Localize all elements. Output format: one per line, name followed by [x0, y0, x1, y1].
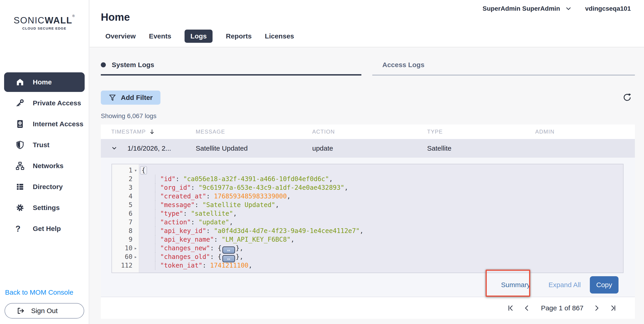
sidebar-item-label: Settings — [33, 204, 60, 212]
detail-actions: Summary Expand All Copy — [112, 273, 635, 297]
sign-out-icon — [17, 307, 24, 315]
sort-descending-arrow-icon[interactable] — [149, 129, 155, 135]
fold-toggle-icon[interactable]: ▸ — [132, 244, 139, 252]
code-token: : { — [210, 244, 222, 252]
json-code-viewer[interactable]: 1▾2345678910▸60▸112 {"id": "ca056e18-a32… — [112, 164, 624, 273]
column-header-label: MESSAGE — [196, 128, 225, 135]
cell-timestamp: 1/16/2026, 2... — [128, 144, 196, 152]
cell-message: Satellite Updated — [196, 144, 312, 152]
code-token: "type" — [160, 210, 183, 217]
previous-page-icon[interactable] — [523, 304, 531, 312]
page-title: Home — [101, 11, 130, 23]
gutter-line-number: 112 — [112, 261, 139, 270]
column-header-label: ADMIN — [535, 128, 554, 135]
sidebar-item-directory[interactable]: Directory — [4, 177, 85, 196]
user-menu[interactable]: SuperAdmin SuperAdmin — [483, 5, 560, 12]
sidebar-item-trust[interactable]: Trust — [4, 135, 85, 155]
code-token: "update" — [199, 218, 230, 226]
code-line-8: "api_key_id": "a0f4d3d4-4d7e-4f23-9a49-1… — [139, 226, 623, 235]
code-token: "token_iat" — [160, 262, 202, 269]
add-filter-label: Add Filter — [121, 94, 153, 102]
logo-wordmark: SONICWALL® — [0, 14, 89, 26]
code-token: "action" — [160, 218, 191, 226]
chevron-down-icon[interactable] — [565, 5, 572, 12]
sidebar-item-label: Private Access — [33, 99, 81, 107]
code-token: "api_key_id" — [160, 227, 206, 234]
sidebar-item-label: Networks — [33, 162, 64, 170]
fold-toggle-icon[interactable]: ▸ — [132, 252, 139, 261]
sidebar-item-get-help[interactable]: ?Get Help — [4, 219, 85, 238]
last-page-icon[interactable] — [609, 304, 617, 312]
tab-system-logs[interactable]: System Logs — [101, 61, 361, 76]
column-header-timestamp[interactable]: TIMESTAMP — [111, 128, 196, 135]
top-header: SuperAdmin SuperAdmin vdingcseqa101 Home… — [90, 0, 644, 47]
sidebar-item-label: Internet Access — [33, 120, 83, 128]
code-line-3: "org_id": "9c61977a-653e-43c9-a1df-24e0a… — [139, 184, 623, 192]
code-gutter: 1▾2345678910▸60▸112 — [112, 164, 139, 272]
code-line-5: "message": "Satellite Updated", — [139, 201, 623, 209]
code-token: : { — [210, 253, 222, 260]
code-line-2: "id": "ca056e18-a32f-4391-a466-10fd04ef0… — [139, 175, 623, 184]
code-token: : — [206, 227, 214, 234]
refresh-icon[interactable] — [622, 92, 632, 102]
summary-button[interactable]: Summary — [501, 281, 530, 289]
gutter-line-number: 5 — [112, 201, 139, 209]
cell-type: Satellite — [427, 144, 535, 152]
back-to-mom-console-link[interactable]: Back to MOM Console — [4, 288, 84, 296]
column-header-type[interactable]: TYPE — [427, 128, 535, 135]
column-header-label: ACTION — [312, 128, 335, 135]
sidebar-item-networks[interactable]: Networks — [4, 156, 85, 176]
code-line-6: "type": "satellite", — [139, 209, 623, 218]
tab-logs[interactable]: Logs — [184, 30, 213, 43]
sign-out-button[interactable]: Sign Out — [4, 303, 84, 318]
add-filter-button[interactable]: Add Filter — [101, 90, 160, 105]
code-line-1: { — [139, 166, 623, 175]
sidebar: SONICWALL® CLOUD SECURE EDGE HomePrivate… — [0, 0, 89, 324]
tenant-name: vdingcseqa101 — [585, 5, 631, 12]
column-header-message[interactable]: MESSAGE — [196, 128, 312, 135]
tab-events[interactable]: Events — [149, 32, 171, 40]
tab-overview[interactable]: Overview — [105, 32, 136, 40]
code-line-9: "api_key_name": "LM_API_KEY_F6BC8", — [139, 235, 623, 244]
code-token: "changes_new" — [160, 244, 210, 252]
sidebar-item-label: Trust — [33, 141, 50, 149]
tab-licenses[interactable]: Licenses — [265, 32, 294, 40]
tab-access-logs[interactable]: Access Logs — [372, 61, 635, 76]
column-header-admin[interactable]: ADMIN — [535, 128, 635, 135]
sidebar-item-settings[interactable]: Settings — [4, 198, 85, 218]
access-logs-label: Access Logs — [382, 61, 424, 68]
sidebar-item-internet-access[interactable]: Internet Access — [4, 114, 85, 134]
code-token: , — [287, 192, 290, 200]
key-icon — [16, 98, 24, 108]
expand-all-button[interactable]: Expand All — [548, 281, 581, 289]
gutter-line-number: 10▸ — [112, 244, 139, 252]
code-line-7: "action": "update", — [139, 218, 623, 226]
showing-logs-count: Showing 6,067 logs — [101, 112, 156, 120]
table-header: TIMESTAMPMESSAGEACTIONTYPEADMIN — [101, 124, 635, 139]
sidebar-item-private-access[interactable]: Private Access — [4, 93, 85, 113]
expanded-log-details: 1▾2345678910▸60▸112 {"id": "ca056e18-a32… — [101, 158, 635, 297]
first-page-icon[interactable] — [506, 304, 514, 312]
code-token: 1768593485983339000 — [214, 192, 287, 200]
code-token: "9c61977a-653e-43c9-a1df-24e0ae432893" — [199, 184, 344, 191]
sidebar-item-home[interactable]: Home — [4, 72, 85, 92]
sidebar-nav: HomePrivate AccessInternet AccessTrustNe… — [4, 72, 85, 240]
code-token: "Satellite Updated" — [202, 201, 275, 209]
row-expand-chevron-icon[interactable] — [111, 145, 118, 152]
next-page-icon[interactable] — [592, 304, 601, 312]
code-line-4: "created_at": 1768593485983339000, — [139, 192, 623, 201]
code-token: , — [275, 201, 279, 209]
copy-button[interactable]: Copy — [590, 276, 618, 294]
tab-reports[interactable]: Reports — [226, 32, 252, 40]
column-header-action[interactable]: ACTION — [312, 128, 427, 135]
active-tab-dot-icon — [101, 62, 106, 67]
code-token: }, — [236, 244, 244, 252]
table-row[interactable]: 1/16/2026, 2... Satellite Updated update… — [101, 139, 635, 158]
gutter-line-number: 60▸ — [112, 252, 139, 261]
gutter-line-number: 2 — [112, 175, 139, 184]
code-token: : — [176, 175, 183, 183]
sign-out-label: Sign Out — [31, 307, 58, 315]
fold-toggle-icon[interactable]: ▾ — [132, 166, 139, 175]
filter-funnel-icon — [108, 94, 116, 102]
main-content: System Logs Access Logs Add Filter Showi… — [90, 48, 644, 324]
